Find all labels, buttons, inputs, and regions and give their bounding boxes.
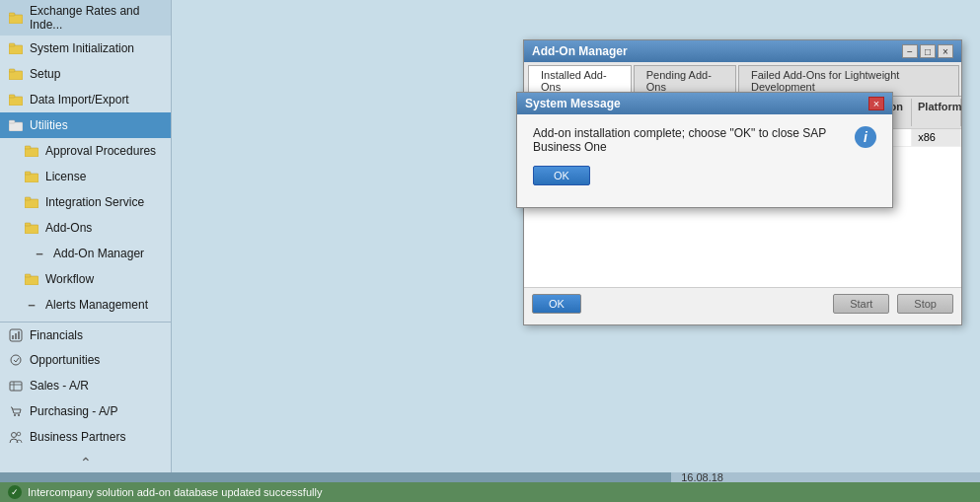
sidebar-item-label: License — [45, 170, 86, 183]
sidebar-item-label: Opportunities — [30, 353, 100, 367]
svg-rect-19 — [25, 274, 31, 277]
system-message-close-button[interactable]: × — [868, 97, 884, 110]
svg-rect-11 — [25, 146, 31, 149]
info-icon: i — [855, 126, 876, 148]
system-message-text: Add-on installation complete; choose "OK… — [533, 126, 845, 154]
business-partners-icon — [8, 429, 24, 445]
sidebar-item-label: Workflow — [45, 272, 94, 286]
sidebar-item-license[interactable]: License — [0, 164, 171, 189]
sidebar-item-utilities[interactable]: Utilities — [0, 112, 171, 138]
sidebar-collapse[interactable]: ⌃ — [0, 450, 171, 473]
svg-rect-3 — [9, 43, 15, 46]
sidebar-item-label: Add-Ons — [45, 221, 92, 235]
svg-point-28 — [14, 414, 16, 416]
svg-rect-14 — [25, 199, 38, 208]
sidebar-item-opportunities[interactable]: Opportunities — [0, 347, 171, 373]
window-controls: − □ × — [902, 44, 953, 58]
svg-rect-25 — [10, 382, 22, 391]
minimize-button[interactable]: − — [902, 44, 918, 58]
sidebar-item-business-partners[interactable]: Business Partners — [0, 424, 171, 450]
svg-rect-6 — [9, 97, 23, 106]
stop-button[interactable]: Stop — [897, 294, 953, 314]
system-message-footer: OK — [517, 162, 892, 189]
svg-rect-12 — [25, 174, 38, 182]
folder-icon — [8, 40, 24, 56]
svg-rect-0 — [9, 15, 23, 24]
cell-platform: x86 — [912, 129, 961, 146]
restore-button[interactable]: □ — [920, 44, 936, 58]
addon-ok-button[interactable]: OK — [532, 294, 581, 314]
addon-manager-title: Add-On Manager — [532, 44, 628, 58]
svg-rect-17 — [25, 223, 31, 226]
svg-rect-5 — [9, 69, 15, 72]
sidebar-item-label: Approval Procedures — [45, 144, 156, 158]
close-button[interactable]: × — [938, 44, 953, 58]
addon-footer: OK Start Stop — [524, 287, 961, 320]
sidebar-item-label: Integration Service — [45, 195, 144, 209]
start-button[interactable]: Start — [833, 294, 889, 314]
svg-rect-18 — [25, 276, 38, 285]
folder-icon — [24, 169, 39, 184]
sidebar-item-purchasing[interactable]: Purchasing - A/P — [0, 398, 171, 424]
folder-icon — [24, 143, 39, 159]
sidebar-item-label: Financials — [30, 328, 83, 342]
sidebar-item-addon-manager[interactable]: − Add-On Manager — [0, 241, 171, 266]
svg-rect-13 — [25, 172, 31, 175]
sidebar-item-financials[interactable]: Financials — [0, 322, 171, 347]
system-message-body: Add-on installation complete; choose "OK… — [517, 114, 892, 162]
system-message-title: System Message — [525, 97, 621, 110]
system-message-dialog: System Message × Add-on installation com… — [516, 92, 893, 208]
svg-rect-15 — [25, 197, 31, 200]
sidebar-item-integration[interactable]: Integration Service — [0, 189, 171, 215]
sidebar-item-label: Data Import/Export — [30, 93, 129, 107]
scroll-thumb — [0, 472, 671, 482]
folder-icon — [24, 220, 39, 236]
col-platform: Platform — [912, 99, 961, 126]
status-message: Intercompany solution add-on database up… — [28, 486, 322, 498]
svg-rect-10 — [25, 148, 38, 157]
svg-rect-16 — [25, 225, 38, 234]
sidebar-item-sales[interactable]: Sales - A/R — [0, 373, 171, 398]
svg-point-30 — [12, 433, 17, 438]
sidebar-item-label: Alerts Management — [45, 298, 148, 312]
sidebar-item-data-import[interactable]: Data Import/Export — [0, 87, 171, 112]
status-bar: ✓ Intercompany solution add-on database … — [0, 482, 980, 502]
sidebar-item-exchange-rates[interactable]: Exchange Rates and Inde... — [0, 0, 171, 36]
sidebar-item-approval[interactable]: Approval Procedures — [0, 138, 171, 164]
status-icon: ✓ — [8, 485, 22, 499]
dash-icon: − — [24, 297, 39, 313]
svg-rect-9 — [9, 120, 15, 123]
sidebar-item-alerts[interactable]: − Alerts Management — [0, 292, 171, 318]
sales-icon — [8, 378, 24, 394]
sidebar-item-label: Setup — [30, 67, 60, 81]
svg-point-24 — [11, 355, 21, 365]
chevron-up-icon: ⌃ — [80, 455, 92, 470]
addon-manager-title-bar: Add-On Manager − □ × — [524, 40, 961, 62]
folder-icon — [24, 194, 39, 210]
svg-rect-7 — [9, 95, 15, 98]
sidebar-item-label: Business Partners — [30, 430, 125, 444]
sidebar-item-label: Utilities — [30, 118, 68, 132]
sidebar-item-label: Exchange Rates and Inde... — [30, 4, 163, 32]
folder-icon — [24, 271, 39, 287]
svg-rect-2 — [9, 45, 23, 54]
system-message-title-bar: System Message × — [517, 93, 892, 114]
sidebar-item-addons[interactable]: Add-Ons — [0, 215, 171, 241]
system-message-ok-button[interactable]: OK — [533, 166, 590, 185]
sidebar-item-setup[interactable]: Setup — [0, 61, 171, 87]
folder-icon — [8, 66, 24, 82]
svg-point-31 — [17, 432, 21, 436]
bottom-scrollbar[interactable]: 16.08.18 — [0, 472, 980, 482]
svg-rect-4 — [9, 71, 23, 80]
svg-rect-8 — [9, 122, 23, 131]
dash-icon: − — [32, 246, 47, 261]
sidebar: Exchange Rates and Inde... System Initia… — [0, 0, 172, 473]
purchasing-icon — [8, 403, 24, 419]
sidebar-item-label: Add-On Manager — [53, 247, 144, 260]
financials-icon — [8, 327, 24, 343]
folder-icon — [8, 92, 24, 108]
folder-icon — [8, 10, 24, 26]
sidebar-item-workflow[interactable]: Workflow — [0, 266, 171, 292]
svg-rect-1 — [9, 13, 15, 16]
sidebar-item-system-init[interactable]: System Initialization — [0, 36, 171, 61]
